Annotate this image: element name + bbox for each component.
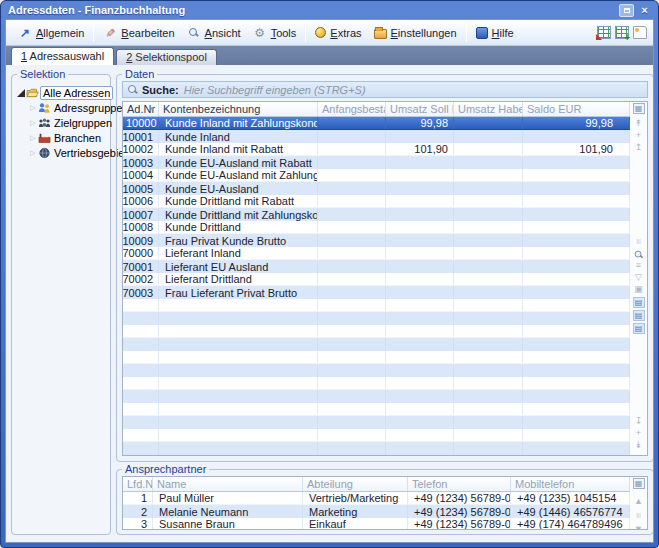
expander-closed-icon[interactable]: ▷: [28, 149, 38, 157]
table-row[interactable]: 10005Kunde EU-Ausland: [123, 182, 630, 195]
scroll-up-icon[interactable]: ↥: [635, 142, 643, 154]
empty-row: [123, 364, 630, 377]
tree-item-vertriebsgebiete[interactable]: ▷Vertriebsgebiete: [14, 145, 108, 160]
table-import-icon[interactable]: [615, 26, 629, 39]
tree-item-branchen[interactable]: ▷Branchen: [14, 130, 108, 145]
list-icon[interactable]: ≡: [636, 260, 641, 272]
menu-item-hilfe[interactable]: Hilfe: [470, 24, 520, 42]
table-row[interactable]: 10003Kunde EU-Ausland mit Rabatt: [123, 156, 630, 169]
column-header-saldo-eur[interactable]: Saldo EUR: [523, 102, 630, 116]
industries-icon: [38, 132, 52, 144]
table-row[interactable]: 70001Lieferant EU Ausland: [123, 260, 630, 273]
table-row[interactable]: 3Susanne BraunEinkauf+49 (1234) 56789-00…: [123, 518, 630, 529]
table-row[interactable]: 1Paul MüllerVertrieb/Marketing+49 (1234)…: [123, 492, 630, 505]
column-header-lfd-nr[interactable]: Lfd.Nr.: [123, 477, 153, 491]
tree-item-adressgruppen[interactable]: ▷Adressgruppen: [14, 100, 108, 115]
table-row[interactable]: 70002Lieferant Drittland: [123, 273, 630, 286]
menu-item-ansicht[interactable]: Ansicht: [181, 23, 247, 42]
tree-item-alle-adressen[interactable]: Alle Adressen: [14, 85, 108, 100]
cell-nr: 10000: [123, 117, 159, 129]
grip-icon[interactable]: |||: [636, 236, 641, 248]
table-export-icon[interactable]: [597, 26, 611, 39]
cell-abteilung: Marketing: [303, 505, 408, 518]
cell-soll: [386, 156, 454, 169]
table-row[interactable]: 10009Frau Privat Kunde Brutto: [123, 234, 630, 247]
tree-item-zielgruppen[interactable]: ▷Zielgruppen: [14, 115, 108, 130]
column-header-umsatz-soll-eur[interactable]: Umsatz Soll EUR: [386, 102, 454, 116]
table-row[interactable]: 10001Kunde Inland: [123, 130, 630, 143]
cell-nr: 3: [123, 518, 153, 529]
restore-button[interactable]: [619, 4, 634, 17]
table-row[interactable]: 70003Frau Lieferant Privat Brutto: [123, 286, 630, 299]
view-icon[interactable]: ▤: [633, 297, 645, 308]
up-icon[interactable]: ▲: [634, 496, 643, 507]
edit-note-icon: [103, 26, 117, 39]
menu-item-label: Extras: [330, 27, 361, 39]
column-header-name[interactable]: Name: [153, 477, 303, 491]
scroll-top-icon[interactable]: ↟: [635, 118, 643, 130]
empty-row: [123, 377, 630, 390]
insert-row-icon[interactable]: +: [636, 428, 641, 440]
view-icon[interactable]: ▤: [633, 323, 645, 334]
filter-icon[interactable]: ▽: [635, 272, 642, 284]
column-header-abteilung[interactable]: Abteilung: [303, 477, 408, 491]
help-icon: [476, 27, 488, 39]
cell-name: Paul Müller: [153, 492, 303, 504]
cell-soll: [386, 195, 454, 207]
column-header-anfangsbestand-eur[interactable]: Anfangsbestand EUR: [318, 102, 386, 116]
table-row[interactable]: 10002Kunde Inland mit Rabatt101,90101,90: [123, 143, 630, 156]
down-icon[interactable]: ▼: [634, 524, 643, 530]
table-row[interactable]: 2Melanie NeumannMarketing+49 (1234) 5678…: [123, 505, 630, 518]
cell-name: Kunde Inland mit Zahlungskondition und L…: [159, 117, 318, 129]
close-button[interactable]: ×: [637, 4, 652, 17]
menu-item-allgemein[interactable]: Allgemein: [12, 23, 90, 42]
table-row[interactable]: 10008Kunde Drittland: [123, 221, 630, 234]
column-header-umsatz-haben-eur[interactable]: Umsatz Haben EUR: [454, 102, 523, 116]
column-chooser-icon[interactable]: ▦: [633, 103, 645, 114]
search-input[interactable]: [184, 84, 642, 96]
menu-item-tools[interactable]: Tools: [247, 23, 303, 42]
menu-item-extras[interactable]: Extras: [309, 24, 367, 42]
cell-haben: [454, 156, 523, 169]
column-header-mobiltelefon[interactable]: Mobiltelefon: [511, 477, 630, 491]
zoom-icon[interactable]: [635, 250, 643, 258]
menu-item-einstellungen[interactable]: Einstellungen: [368, 24, 463, 42]
scroll-end-icon[interactable]: ↡: [635, 440, 643, 452]
expander-closed-icon[interactable]: ▷: [28, 104, 38, 112]
tab-2-selektionspool[interactable]: 2 Selektionspool: [116, 49, 217, 65]
column-header-ad-nr[interactable]: Ad.Nr▼: [123, 102, 159, 116]
view-icon[interactable]: ▤: [633, 310, 645, 321]
cell-anfang: [318, 286, 386, 299]
cell-nr: 1: [123, 492, 153, 504]
cell-name: Lieferant Drittland: [159, 273, 318, 285]
table-row[interactable]: 10000Kunde Inland mit Zahlungskondition …: [123, 117, 630, 130]
cell-anfang: [318, 234, 386, 247]
table-row[interactable]: 10007Kunde Drittland mit Zahlungskonditi…: [123, 208, 630, 221]
expander-closed-icon[interactable]: ▷: [28, 119, 38, 127]
app-window: Adressdaten - Finanzbuchhaltung × Allgem…: [0, 0, 659, 548]
daten-panel-label: Daten: [122, 68, 157, 80]
new-document-icon[interactable]: [633, 26, 647, 39]
cell-nr: 10001: [123, 130, 159, 143]
menu-item-bearbeiten[interactable]: Bearbeiten: [97, 23, 180, 42]
cell-anfang: [318, 208, 386, 221]
empty-row: [123, 429, 630, 442]
copy-icon[interactable]: ▣: [634, 284, 643, 296]
column-chooser-icon[interactable]: ▦: [633, 478, 645, 489]
cell-saldo: [523, 286, 630, 299]
expander-open-icon[interactable]: [16, 89, 26, 97]
insert-row-icon[interactable]: +: [636, 130, 641, 142]
expander-closed-icon[interactable]: ▷: [28, 134, 38, 142]
table-row[interactable]: 10004Kunde EU-Ausland mit Zahlungskondit…: [123, 169, 630, 182]
table-row[interactable]: 10006Kunde Drittland mit Rabatt: [123, 195, 630, 208]
tab-1-adressauswahl[interactable]: 1 Adressauswahl: [11, 47, 114, 65]
column-header-telefon[interactable]: Telefon: [408, 477, 511, 491]
scroll-down-icon[interactable]: ↧: [635, 416, 643, 428]
column-header-kontenbezeichnung[interactable]: Kontenbezeichnung: [159, 102, 318, 116]
empty-row: [123, 351, 630, 364]
cell-saldo: [523, 247, 630, 259]
table-row[interactable]: 70000Lieferant Inland: [123, 247, 630, 260]
cell-anfang: [318, 260, 386, 273]
grip-icon[interactable]: |||: [636, 510, 641, 521]
cell-nr: 70001: [123, 260, 159, 273]
